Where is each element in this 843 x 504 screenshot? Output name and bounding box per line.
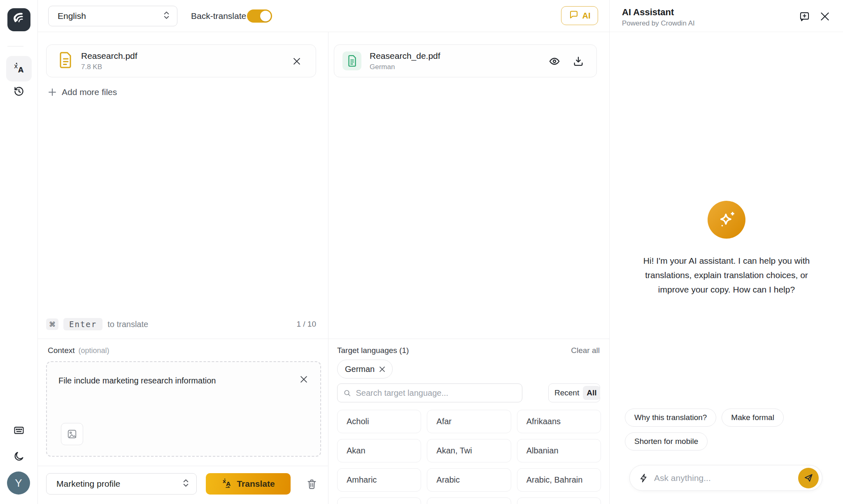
keyboard-icon [13, 425, 25, 438]
assistant-input[interactable] [654, 473, 778, 483]
suggestion-chip[interactable]: Why this translation? [625, 409, 716, 427]
keyboard-shortcuts-button[interactable] [7, 420, 30, 442]
context-dropzone[interactable]: File include marketing research informat… [46, 361, 321, 457]
crowdin-bird-icon [11, 11, 27, 29]
language-option[interactable]: Albanian [517, 439, 601, 462]
language-option-clipped[interactable] [427, 497, 511, 504]
download-file-button[interactable] [573, 56, 584, 67]
sidebar-item-translate[interactable]: x A [6, 56, 32, 81]
tab-recent[interactable]: Recent [551, 386, 583, 400]
source-language-value: English [58, 11, 86, 21]
translate-icon: x A [13, 62, 25, 76]
trash-icon [306, 478, 317, 490]
language-option-clipped[interactable] [517, 497, 601, 504]
assistant-header: AI Assistant Powered by Crowdin AI [610, 0, 843, 32]
language-search [337, 383, 522, 402]
translate-button-label: Translate [237, 479, 275, 489]
suggestion-chip[interactable]: Make formal [722, 409, 784, 427]
language-option[interactable]: Akan [337, 439, 421, 462]
dark-mode-toggle[interactable] [7, 446, 30, 468]
language-option[interactable]: Afar [427, 410, 511, 433]
sidebar-item-history[interactable] [8, 81, 30, 103]
source-file-name: Reasearch.pdf [81, 51, 137, 61]
translate-button[interactable]: x A Translate [206, 473, 291, 495]
image-icon [67, 429, 77, 439]
enter-key-badge: Enter [63, 318, 102, 330]
context-section-label: Context (optional) [48, 346, 109, 355]
search-icon [343, 389, 351, 397]
suggestion-chip[interactable]: Shorten for mobile [625, 432, 708, 451]
chevron-updown-icon [183, 478, 189, 490]
usage-counter: 1 / 10 [296, 320, 316, 329]
assistant-greeting: Hi! I'm your AI assistant. I can help yo… [630, 253, 823, 297]
close-icon [300, 376, 307, 383]
language-option-clipped[interactable] [337, 497, 421, 504]
source-file-size: 7.8 KB [81, 63, 137, 71]
context-input[interactable]: File include marketing research informat… [58, 376, 281, 386]
clear-context-button[interactable] [300, 376, 307, 384]
output-file-language: German [370, 63, 440, 71]
shortcut-suffix: to translate [107, 320, 148, 329]
lightning-icon[interactable] [639, 473, 649, 483]
language-search-input[interactable] [356, 388, 516, 398]
source-language-select[interactable]: English [48, 6, 177, 26]
user-avatar[interactable]: Y [7, 471, 30, 495]
column-divider [328, 32, 328, 504]
language-option[interactable]: Akan, Twi [427, 439, 511, 462]
footer-divider [38, 466, 328, 466]
history-icon [13, 86, 25, 99]
translated-file-icon-tile [342, 51, 361, 70]
ai-chat-button[interactable]: AI [561, 6, 598, 25]
output-file-name: Reasearch_de.pdf [370, 51, 440, 61]
selected-language-chip[interactable]: German [337, 360, 393, 379]
language-option[interactable]: Afrikaans [517, 410, 601, 433]
sparkle-icon [716, 209, 737, 230]
language-option[interactable]: Acholi [337, 410, 421, 433]
new-chat-button[interactable] [798, 10, 810, 23]
assistant-title: AI Assistant [622, 7, 674, 18]
send-button[interactable] [798, 468, 819, 488]
context-label: Context [48, 346, 75, 355]
tab-all[interactable]: All [583, 386, 600, 400]
back-translate-toggle[interactable] [247, 9, 272, 23]
source-file-card: Reasearch.pdf 7.8 KB [46, 44, 316, 77]
clear-all-button[interactable]: Clear all [571, 346, 600, 355]
preview-file-button[interactable] [549, 56, 560, 67]
cmd-key-badge: ⌘ [46, 318, 58, 330]
shortcut-hint-row: ⌘ Enter to translate 1 / 10 [46, 318, 316, 331]
speech-bubble-icon [569, 10, 579, 22]
document-icon [347, 55, 357, 67]
delete-button[interactable] [300, 473, 323, 495]
language-option[interactable]: Arabic [427, 468, 511, 492]
assistant-avatar [708, 201, 745, 239]
target-languages-label: Target languages (1) [337, 346, 409, 355]
crowdin-logo[interactable] [7, 8, 30, 31]
close-panel-button[interactable] [819, 10, 831, 23]
section-divider [38, 339, 609, 339]
sidebar-divider [7, 46, 23, 46]
suggestion-chips: Why this translation? Make formal Shorte… [625, 409, 806, 451]
output-file-card: Reasearch_de.pdf German [334, 44, 597, 77]
chevron-updown-icon [163, 10, 170, 22]
translate-icon: x A [221, 478, 232, 490]
plus-icon [48, 88, 57, 97]
svg-text:x: x [14, 62, 18, 70]
assistant-input-bar [629, 465, 822, 491]
close-icon [380, 367, 385, 372]
language-option[interactable]: Amharic [337, 468, 421, 492]
main-area: Reasearch.pdf 7.8 KB Add more files Reas… [38, 32, 609, 504]
language-option[interactable]: Arabic, Bahrain [517, 468, 601, 492]
send-icon [803, 473, 813, 483]
toggle-knob [260, 11, 271, 21]
language-filter-tabs: Recent All [548, 383, 600, 402]
add-more-files-button[interactable]: Add more files [48, 87, 117, 97]
avatar-initial: Y [15, 477, 22, 490]
context-optional-label: (optional) [78, 346, 109, 355]
attach-image-button[interactable] [61, 423, 83, 445]
chip-language-name: German [345, 365, 375, 374]
remove-file-button[interactable] [289, 45, 305, 78]
translation-profile-select[interactable]: Marketing profile [46, 473, 197, 495]
profile-value: Marketing profile [56, 479, 120, 489]
ai-button-label: AI [582, 11, 591, 21]
moon-icon [13, 451, 25, 464]
